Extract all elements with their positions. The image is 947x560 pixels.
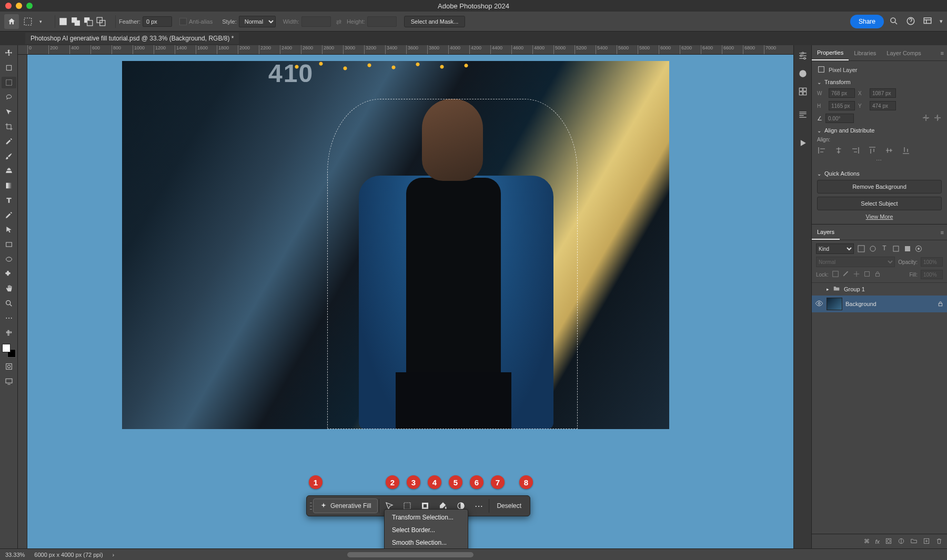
tab-properties[interactable]: Properties: [812, 45, 849, 60]
ellipse-tool[interactable]: [2, 253, 16, 265]
align-left-icon[interactable]: [817, 146, 827, 155]
trash-icon[interactable]: [935, 537, 943, 546]
layer-thumbnail[interactable]: [827, 298, 842, 310]
align-header[interactable]: Align and Distribute: [817, 127, 942, 134]
workspace-icon[interactable]: [923, 16, 932, 27]
swatches-icon[interactable]: [798, 86, 808, 97]
filter-pixel-icon[interactable]: [857, 245, 865, 253]
expand-icon[interactable]: ▸: [827, 287, 829, 292]
width-field[interactable]: [829, 88, 855, 98]
height-field[interactable]: [829, 101, 855, 110]
generative-fill-button[interactable]: Generative Fill: [313, 498, 378, 513]
clone-stamp-tool[interactable]: [2, 165, 16, 177]
deselect-button[interactable]: Deselect: [490, 499, 528, 513]
subtract-selection-icon[interactable]: [84, 17, 93, 26]
foreground-background-colors[interactable]: [2, 344, 16, 358]
tab-libraries[interactable]: Libraries: [849, 45, 881, 60]
lasso-tool[interactable]: [2, 91, 16, 103]
search-icon[interactable]: [889, 16, 899, 27]
healing-tool[interactable]: [2, 268, 16, 280]
layer-name[interactable]: Group 1: [844, 286, 865, 292]
hand-tool[interactable]: [2, 283, 16, 294]
new-layer-icon[interactable]: [923, 537, 930, 546]
layer-row[interactable]: Background: [812, 296, 947, 312]
tab-layer-comps[interactable]: Layer Comps: [881, 45, 926, 60]
minimize-window[interactable]: [16, 3, 22, 9]
menu-item[interactable]: Transform Selection...: [385, 511, 468, 524]
mask-icon[interactable]: [885, 537, 892, 546]
drag-handle-icon[interactable]: [309, 499, 313, 513]
document-dimensions[interactable]: 6000 px x 4000 px (72 ppi): [34, 552, 103, 558]
lock-position-icon[interactable]: [853, 270, 860, 279]
lock-icon[interactable]: [937, 300, 944, 308]
layer-kind-select[interactable]: Kind: [816, 243, 854, 254]
more-tools[interactable]: ⋯: [2, 312, 16, 324]
lock-transparent-icon[interactable]: [832, 270, 839, 279]
angle-field[interactable]: [825, 114, 854, 123]
adjustments-icon[interactable]: [798, 50, 808, 61]
visibility-toggle[interactable]: [815, 299, 823, 309]
filter-type-icon[interactable]: T: [880, 245, 889, 253]
select-subject-button[interactable]: Select Subject: [817, 197, 942, 210]
y-field[interactable]: [870, 101, 896, 110]
quick-mask-toggle[interactable]: [2, 361, 16, 372]
align-top-icon[interactable]: [868, 146, 877, 155]
paragraph-icon[interactable]: [798, 109, 808, 120]
type-tool[interactable]: [2, 195, 16, 206]
filter-shape-icon[interactable]: [892, 245, 900, 253]
help-icon[interactable]: [906, 16, 915, 27]
link-layers-icon[interactable]: ⌘: [864, 538, 870, 545]
align-vcenter-icon[interactable]: [884, 146, 894, 155]
rectangle-tool[interactable]: [2, 239, 16, 250]
edit-toolbar[interactable]: [2, 327, 16, 339]
filter-toggle-icon[interactable]: ⦿: [915, 245, 923, 253]
menu-item[interactable]: Smooth Selection...: [385, 536, 468, 548]
layer-name[interactable]: Background: [845, 301, 877, 307]
ruler-horizontal[interactable]: 0200400600800100012001400160018002000220…: [18, 45, 793, 55]
pen-tool[interactable]: [2, 209, 16, 221]
close-window[interactable]: [5, 3, 12, 9]
path-select-tool[interactable]: [2, 224, 16, 236]
view-more-link[interactable]: View More: [817, 213, 942, 220]
add-selection-icon[interactable]: [71, 17, 80, 26]
blend-mode-select[interactable]: Normal: [816, 257, 895, 267]
transform-header[interactable]: Transform: [817, 79, 942, 85]
home-button[interactable]: [4, 14, 19, 29]
menu-item[interactable]: Select Border...: [385, 524, 468, 536]
artboard-tool[interactable]: [2, 62, 16, 74]
more-options-icon[interactable]: ⋯: [470, 498, 488, 514]
document-tab[interactable]: Photoshop AI generative fill tutorial.ps…: [25, 33, 239, 44]
panel-menu-icon[interactable]: ≡: [938, 50, 947, 56]
quick-actions-header[interactable]: Quick Actions: [817, 170, 942, 177]
marquee-tool[interactable]: [2, 77, 16, 88]
more-align-icon[interactable]: ⋯: [817, 155, 942, 166]
x-field[interactable]: [870, 88, 896, 98]
panel-menu-icon[interactable]: ≡: [938, 229, 947, 236]
eyedropper-tool[interactable]: [2, 136, 16, 147]
play-icon[interactable]: [798, 138, 808, 148]
canvas[interactable]: 410 1 2 3 4 5 6 7 8: [27, 55, 793, 548]
lock-pixels-icon[interactable]: [842, 270, 850, 279]
crop-tool[interactable]: [2, 121, 16, 133]
style-select[interactable]: Normal: [239, 16, 276, 27]
filter-smart-icon[interactable]: [903, 245, 912, 253]
filter-adjustment-icon[interactable]: [869, 245, 877, 253]
chevron-down-icon[interactable]: ▾: [940, 18, 943, 25]
new-selection-icon[interactable]: [58, 17, 68, 26]
align-bottom-icon[interactable]: [901, 146, 911, 155]
chevron-right-icon[interactable]: ›: [113, 552, 115, 558]
quick-select-tool[interactable]: [2, 106, 16, 118]
chevron-down-icon[interactable]: ▾: [36, 17, 45, 26]
layer-group-row[interactable]: ▸ Group 1: [812, 283, 947, 296]
flip-v-icon[interactable]: [933, 114, 942, 123]
color-icon[interactable]: [798, 68, 808, 79]
brush-tool[interactable]: [2, 150, 16, 162]
maximize-window[interactable]: [26, 3, 33, 9]
new-group-icon[interactable]: [910, 537, 918, 546]
select-and-mask-button[interactable]: Select and Mask...: [404, 16, 466, 27]
opacity-input[interactable]: [921, 257, 943, 267]
adjustment-layer-icon[interactable]: [898, 537, 905, 546]
gradient-tool[interactable]: [2, 180, 16, 191]
move-tool[interactable]: [2, 47, 16, 59]
align-hcenter-icon[interactable]: [834, 146, 843, 155]
